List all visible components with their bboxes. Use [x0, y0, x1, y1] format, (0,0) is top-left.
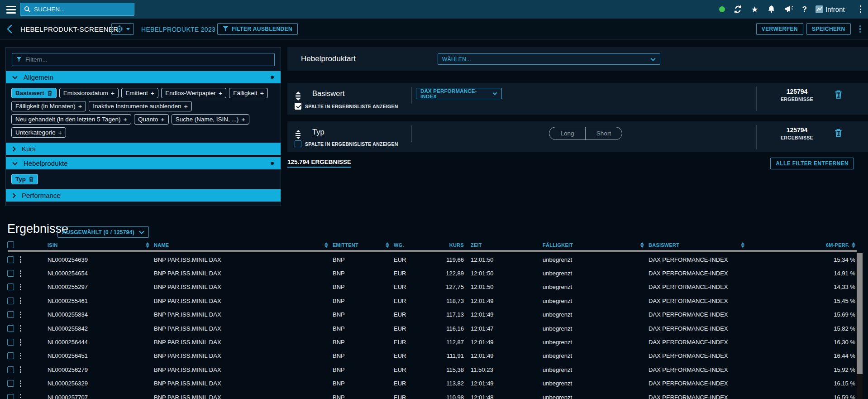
column-header-6m-perf[interactable]: 6M-PERF. [787, 242, 855, 248]
table-row[interactable]: NL0000256329 BNP PAR.ISS.MINIL DAX BNP E… [0, 377, 855, 390]
row-menu-icon[interactable] [20, 312, 21, 318]
filter-chip-unterkategorie[interactable]: Unterkategorie+ [11, 127, 66, 138]
row-checkbox[interactable] [7, 339, 14, 346]
row-checkbox[interactable] [7, 380, 14, 387]
horizontal-scrollbar[interactable] [8, 250, 857, 252]
filter-chip-emittent[interactable]: Emittent+ [121, 88, 158, 98]
filter-chip-basiswert[interactable]: Basiswert [11, 88, 57, 98]
link-channel-button[interactable] [111, 23, 134, 35]
row-checkbox[interactable] [7, 270, 14, 277]
row-menu-icon[interactable] [20, 339, 21, 346]
long-button[interactable]: Long [549, 127, 586, 139]
column-header-faelligkeit[interactable]: FÄLLIGKEIT [543, 242, 649, 248]
filter-search[interactable] [12, 53, 275, 66]
row-menu-icon[interactable] [20, 270, 21, 277]
criterion-basiswert: Basiswert DAX PERFORMANCE-INDEX 125794 E… [287, 83, 868, 115]
menu-icon[interactable] [6, 6, 16, 14]
refresh-icon[interactable] [734, 5, 742, 14]
filter-chip-endlos-wertpapier[interactable]: Endlos-Wertpapier+ [161, 88, 226, 98]
column-header-basiswert[interactable]: BASISWERT [649, 242, 749, 248]
row-menu-icon[interactable] [20, 256, 21, 263]
row-checkbox[interactable] [7, 284, 14, 290]
table-row[interactable]: NL0000254639 BNP PAR.ISS.MINIL DAX BNP E… [0, 253, 855, 266]
row-menu-icon[interactable] [20, 366, 21, 373]
workspace-name[interactable]: HEBELPRODUKTE 2023 [141, 19, 215, 40]
row-checkbox[interactable] [7, 325, 14, 332]
row-menu-icon[interactable] [20, 353, 21, 359]
back-icon[interactable] [6, 24, 13, 34]
column-header-wg[interactable]: WG. [394, 242, 434, 248]
table-row[interactable]: NL0000255297 BNP PAR.ISS.MINIL DAX BNP E… [0, 280, 855, 294]
help-icon[interactable]: ? [802, 5, 807, 14]
section-performance[interactable]: Performance [6, 189, 281, 202]
section-hebelprodukte[interactable]: Hebelprodukte [6, 157, 281, 169]
clear-all-filters-button[interactable]: ALLE FILTER ENTFERNEN [770, 158, 854, 169]
row-checkbox[interactable] [7, 256, 14, 263]
scrollbar-thumb[interactable] [857, 253, 863, 374]
cell-faelligkeit: unbegrenzt [543, 270, 649, 277]
filter-chip-fälligkeit[interactable]: Fälligkeit+ [229, 88, 268, 98]
global-search[interactable] [20, 3, 134, 16]
section-kurs[interactable]: Kurs [6, 143, 281, 155]
filter-chip-inaktive-instrumente-ausblenden[interactable]: Inaktive Instrumente ausblenden+ [89, 101, 192, 111]
row-menu-icon[interactable] [20, 284, 21, 290]
trash-icon[interactable] [834, 90, 843, 99]
column-header-emittent[interactable]: EMITTENT [333, 242, 394, 248]
row-menu-icon[interactable] [20, 298, 21, 304]
search-input[interactable] [34, 6, 130, 13]
discard-button[interactable]: VERWERFEN [756, 23, 803, 35]
row-menu-icon[interactable] [20, 394, 21, 399]
notifications-icon[interactable] [767, 5, 776, 14]
drag-handle-icon[interactable] [296, 91, 300, 101]
column-header-name[interactable]: NAME [154, 242, 333, 248]
selection-dropdown[interactable]: AUSGEWÄHLT (0 / 125794) [57, 226, 149, 238]
plus-icon: + [123, 116, 127, 123]
favorites-icon[interactable]: ★ [751, 5, 758, 14]
table-row[interactable]: NL0000255461 BNP PAR.ISS.MINIL DAX BNP E… [0, 294, 855, 308]
row-menu-icon[interactable] [20, 325, 21, 332]
trash-icon[interactable] [834, 128, 843, 138]
total-results-link[interactable]: 125.794 ERGEBNISSE [287, 159, 351, 168]
filter-chip-emissionsdatum[interactable]: Emissionsdatum+ [59, 88, 119, 98]
basiswert-select[interactable]: DAX PERFORMANCE-INDEX [416, 88, 502, 99]
select-all-checkbox[interactable] [7, 241, 14, 248]
row-checkbox[interactable] [7, 366, 14, 373]
row-checkbox[interactable] [7, 394, 14, 399]
topbar-menu-icon[interactable] [860, 5, 862, 13]
table-row[interactable]: NL0000256451 BNP PAR.ISS.MINIL DAX BNP E… [0, 349, 855, 363]
column-toggle[interactable]: SPALTE IN ERGEBNISLISTE ANZEIGEN [295, 140, 398, 147]
filter-chip-neu-gehandelt-in-den-letzten-5-tagen-[interactable]: Neu gehandelt (in den letzten 5 Tagen)+ [11, 114, 131, 125]
row-checkbox[interactable] [7, 298, 14, 304]
filter-chip-quanto[interactable]: Quanto+ [134, 114, 169, 125]
column-header-zeit[interactable]: ZEIT [464, 242, 543, 248]
table-row[interactable]: NL0000257707 BNP PAR.ISS.MINIL DAX BNP E… [0, 390, 855, 399]
filter-input[interactable] [25, 56, 270, 63]
table-row[interactable]: NL0000254654 BNP PAR.ISS.MINIL DAX BNP E… [0, 266, 855, 280]
table-row[interactable]: NL0000256444 BNP PAR.ISS.MINIL DAX BNP E… [0, 335, 855, 349]
table-row[interactable]: NL0000255842 BNP PAR.ISS.MINIL DAX BNP E… [0, 322, 855, 335]
hide-filters-button[interactable]: FILTER AUSBLENDEN [217, 23, 298, 35]
section-allgemein[interactable]: Allgemein [6, 71, 281, 83]
cell-isin: NL0000256451 [48, 352, 154, 359]
product-type-select[interactable]: WÄHLEN... [438, 53, 660, 65]
filter-chip-suche-name-isin-[interactable]: Suche (Name, ISIN, ...)+ [172, 114, 249, 125]
row-menu-icon[interactable] [20, 380, 21, 387]
short-button[interactable]: Short [586, 127, 622, 139]
table-row[interactable]: NL0000256279 BNP PAR.ISS.MINIL DAX BNP E… [0, 363, 855, 376]
save-button[interactable]: SPEICHERN [806, 23, 851, 35]
filter-chip-fälligkeit-in-monaten-[interactable]: Fälligkeit (in Monaten)+ [11, 101, 86, 111]
announcements-icon[interactable] [784, 5, 794, 14]
row-checkbox[interactable] [7, 352, 14, 359]
vertical-scrollbar[interactable] [857, 253, 863, 399]
filter-chip-typ[interactable]: Typ [11, 174, 38, 184]
column-toggle[interactable]: SPALTE IN ERGEBNISLISTE ANZEIGEN [295, 103, 398, 110]
cell-zeit: 11:50:23 [464, 366, 543, 373]
toolbar-menu-icon[interactable] [859, 25, 861, 33]
column-header-kurs[interactable]: KURS [434, 242, 464, 248]
checkbox-checked[interactable] [295, 103, 301, 110]
row-checkbox[interactable] [7, 311, 14, 318]
checkbox-unchecked[interactable] [295, 140, 301, 147]
drag-handle-icon[interactable] [296, 130, 300, 139]
column-header-isin[interactable]: ISIN [48, 242, 154, 248]
table-row[interactable]: NL0000255834 BNP PAR.ISS.MINIL DAX BNP E… [0, 308, 855, 322]
